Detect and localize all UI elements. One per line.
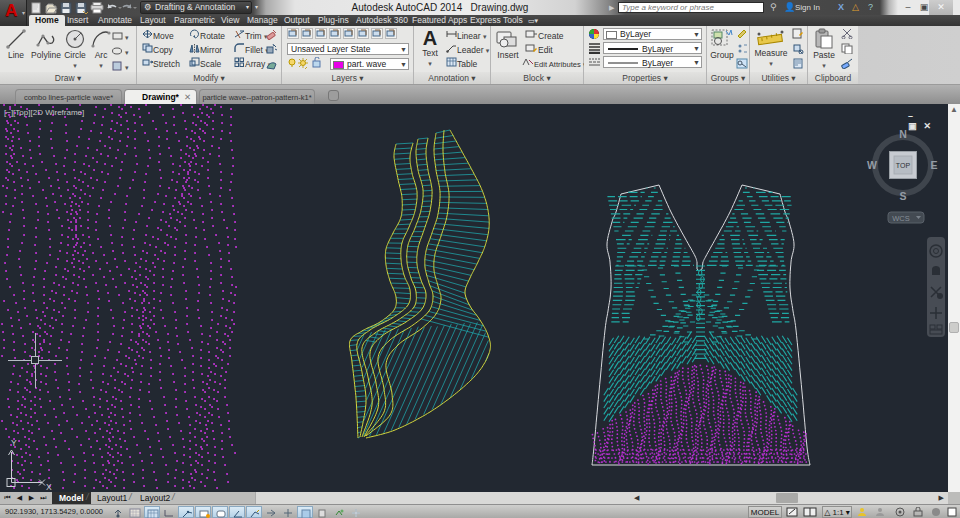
- svg-text:S: S: [899, 190, 906, 202]
- svg-text:ByLayer: ByLayer: [642, 44, 673, 54]
- svg-text:A: A: [423, 28, 437, 48]
- svg-text:TOP: TOP: [896, 162, 911, 169]
- svg-text:WCS: WCS: [892, 214, 910, 223]
- svg-text:ByLayer: ByLayer: [642, 58, 673, 68]
- svg-text:Y: Y: [11, 438, 17, 448]
- svg-text:E: E: [930, 159, 937, 171]
- svg-text:W: W: [867, 159, 877, 171]
- svg-text:X: X: [46, 482, 52, 492]
- svg-text:N: N: [899, 128, 907, 140]
